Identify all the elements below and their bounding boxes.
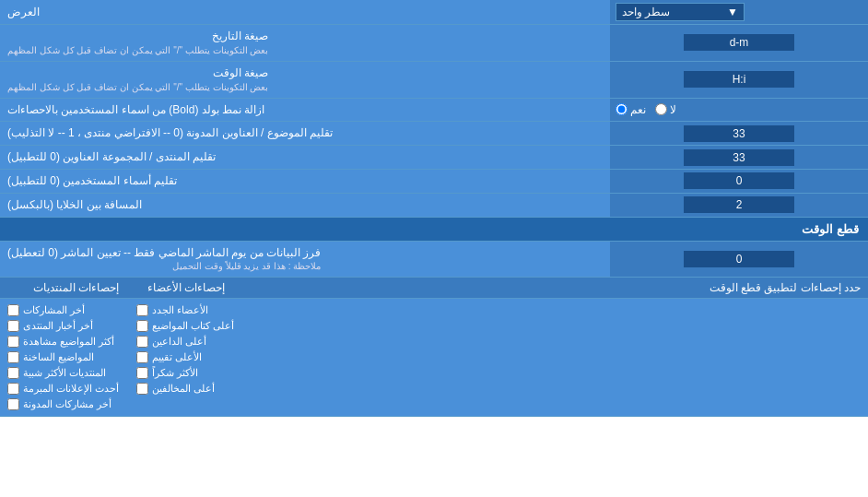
cell-spacing-input-cell: [610, 194, 868, 217]
bold-radio-naam[interactable]: نعم: [616, 103, 646, 116]
row-ardh: ▼ سطر واحد العرض: [0, 0, 868, 25]
cb-aadaa-jedod[interactable]: الأعضاء الجدد: [136, 302, 251, 318]
row-cell-spacing: المسافة بين الخلايا (بالبكسل): [0, 194, 868, 218]
cb-latest-announcements-input[interactable]: [7, 383, 19, 395]
cb-last-blog-posts-label: أخر مشاركات المدونة: [23, 398, 111, 410]
bold-radio-cell: لا نعم: [610, 99, 868, 122]
col2-checkboxes: الأعضاء الجدد أعلى كتاب المواضيع أعلى ال…: [129, 299, 258, 416]
realtime-section-header: قطع الوقت: [0, 218, 868, 242]
row-date-format: صيغة التاريخ بعض التكوينات يتطلب "/" الت…: [0, 25, 868, 62]
cb-top-writers[interactable]: أعلى كتاب المواضيع: [136, 318, 251, 334]
cb-last-posts-label: أخر المشاركات: [23, 304, 85, 316]
checkboxes-col-headers: إحصاءات الأعضاء إحصاءات المنتديات: [0, 278, 258, 298]
time-format-input[interactable]: [684, 71, 794, 88]
col1-checkboxes: أخر المشاركات أخر أخبار المنتدى أكثر الم…: [0, 299, 129, 416]
time-format-title: صيغة الوقت: [7, 65, 268, 81]
realtime-label: فرز البيانات من يوم الماشر الماضي فقط --…: [0, 242, 610, 278]
cb-top-rated-input[interactable]: [136, 351, 148, 363]
realtime-main-label: فرز البيانات من يوم الماشر الماضي فقط --…: [7, 245, 321, 261]
ardh-dropdown-value: سطر واحد: [622, 6, 670, 18]
bold-label: ازالة نمط بولد (Bold) من اسماء المستخدمي…: [0, 99, 610, 122]
time-format-note: بعض التكوينات يتطلب "/" التي يمكن ان تضا…: [7, 81, 268, 94]
cb-most-similar-label: المنتديات الأكثر شبية: [23, 367, 106, 379]
realtime-input-cell: [610, 242, 868, 278]
col1-title: إحصاءات المنتديات: [33, 281, 119, 294]
row-order: تقليم الموضوع / العناوين المدونة (0 -- ا…: [0, 122, 868, 146]
cb-latest-announcements[interactable]: أحدث الإعلانات المبرمة: [7, 381, 122, 396]
realtime-section-title: قطع الوقت: [802, 222, 859, 236]
time-format-label: صيغة الوقت بعض التكوينات يتطلب "/" التي …: [0, 62, 610, 98]
cb-top-violators[interactable]: أعلى المخالفين: [136, 381, 251, 396]
date-format-input-cell: [610, 25, 868, 61]
col2-title: إحصاءات الأعضاء: [147, 281, 225, 294]
user-trim-input-cell: [610, 170, 868, 193]
cb-hot-topics[interactable]: المواضيع الساخنة: [7, 349, 122, 365]
cb-top-callers-label: أعلى الداعين: [152, 336, 206, 348]
ardh-dropdown[interactable]: ▼ سطر واحد: [616, 3, 745, 21]
cb-most-viewed[interactable]: أكثر المواضيع مشاهدة: [7, 334, 122, 349]
cb-hot-topics-label: المواضيع الساخنة: [23, 351, 94, 363]
order-input-cell: [610, 122, 868, 145]
cb-top-violators-label: أعلى المخالفين: [152, 383, 215, 395]
empty-label-area: [258, 299, 868, 416]
order-label: تقليم الموضوع / العناوين المدونة (0 -- ا…: [0, 122, 610, 145]
cb-most-viewed-input[interactable]: [7, 336, 19, 348]
bold-radio-la[interactable]: لا: [655, 103, 676, 116]
cb-last-blog-posts[interactable]: أخر مشاركات المدونة: [7, 396, 122, 412]
row-user-trim: تقليم أسماء المستخدمين (0 للتطبيل): [0, 170, 868, 194]
ardh-input-cell: ▼ سطر واحد: [610, 0, 868, 24]
cb-top-writers-input[interactable]: [136, 320, 148, 332]
row-realtime: فرز البيانات من يوم الماشر الماضي فقط --…: [0, 242, 868, 278]
cb-aadaa-jedod-input[interactable]: [136, 304, 148, 316]
cb-most-viewed-label: أكثر المواضيع مشاهدة: [23, 336, 114, 348]
ardh-label: العرض: [0, 0, 610, 24]
cb-last-news[interactable]: أخر أخبار المنتدى: [7, 318, 122, 334]
cb-top-rated[interactable]: الأعلى تقييم: [136, 349, 251, 365]
cb-top-rated-label: الأعلى تقييم: [152, 351, 202, 363]
date-format-title: صيغة التاريخ: [7, 29, 268, 44]
cell-spacing-label: المسافة بين الخلايا (بالبكسل): [0, 194, 610, 217]
bold-radio-naam-input[interactable]: [616, 103, 628, 115]
cb-most-similar-input[interactable]: [7, 367, 19, 379]
checkboxes-grid: الأعضاء الجدد أعلى كتاب المواضيع أعلى ال…: [0, 299, 868, 416]
date-format-note: بعض التكوينات يتطلب "/" التي يمكن ان تضا…: [7, 44, 268, 57]
cb-aadaa-jedod-label: الأعضاء الجدد: [152, 304, 208, 316]
cb-hot-topics-input[interactable]: [7, 351, 19, 363]
date-format-label: صيغة التاريخ بعض التكوينات يتطلب "/" الت…: [0, 25, 610, 61]
dropdown-arrow-icon: ▼: [727, 6, 738, 18]
forum-trim-input[interactable]: [684, 149, 794, 166]
cb-top-callers-input[interactable]: [136, 336, 148, 348]
cb-most-similar[interactable]: المنتديات الأكثر شبية: [7, 365, 122, 381]
cb-last-news-label: أخر أخبار المنتدى: [23, 320, 93, 332]
cb-last-news-input[interactable]: [7, 320, 19, 332]
cb-top-writers-label: أعلى كتاب المواضيع: [152, 320, 234, 332]
cb-top-callers[interactable]: أعلى الداعين: [136, 334, 251, 349]
row-bold: لا نعم ازالة نمط بولد (Bold) من اسماء ال…: [0, 99, 868, 123]
checkboxes-limit-label: حدد إحصاءات لتطبيق قطع الوقت: [258, 278, 868, 298]
cb-last-blog-posts-input[interactable]: [7, 398, 19, 410]
forum-trim-input-cell: [610, 146, 868, 169]
forum-trim-label: تقليم المنتدى / المجموعة العناوين (0 للت…: [0, 146, 610, 169]
realtime-input[interactable]: [684, 251, 794, 267]
order-input[interactable]: [684, 125, 794, 142]
cb-most-thanks-input[interactable]: [136, 367, 148, 379]
row-time-format: صيغة الوقت بعض التكوينات يتطلب "/" التي …: [0, 62, 868, 99]
realtime-note: ملاحظة : هذا قد يزيد قليلاً وقت التحميل: [7, 260, 321, 273]
cb-most-thanks[interactable]: الأكثر شكراً: [136, 365, 251, 381]
cb-last-posts[interactable]: أخر المشاركات: [7, 302, 122, 318]
cb-most-thanks-label: الأكثر شكراً: [152, 367, 198, 379]
row-forum-trim: تقليم المنتدى / المجموعة العناوين (0 للت…: [0, 146, 868, 170]
cell-spacing-input[interactable]: [684, 196, 794, 213]
cb-latest-announcements-label: أحدث الإعلانات المبرمة: [23, 383, 119, 395]
user-trim-label: تقليم أسماء المستخدمين (0 للتطبيل): [0, 170, 610, 193]
date-format-input[interactable]: [684, 34, 794, 51]
user-trim-input[interactable]: [684, 172, 794, 189]
bold-radio-la-input[interactable]: [655, 103, 667, 115]
cb-top-violators-input[interactable]: [136, 383, 148, 395]
cb-last-posts-input[interactable]: [7, 304, 19, 316]
time-format-input-cell: [610, 62, 868, 98]
